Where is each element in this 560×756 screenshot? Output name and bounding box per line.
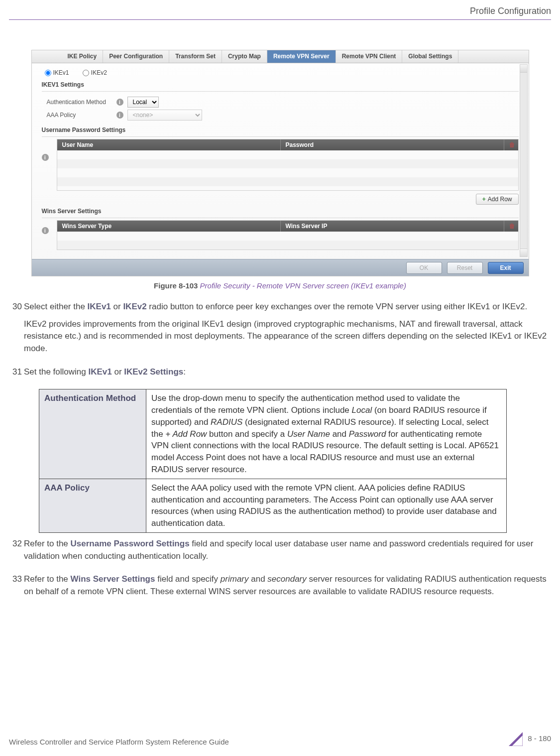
add-row-label: Add Row: [488, 196, 512, 203]
scroll-down-icon[interactable]: [520, 249, 527, 256]
exit-button[interactable]: Exit: [488, 262, 524, 274]
figure-number: Figure 8-103: [154, 281, 198, 290]
radio-ikev1[interactable]: IKEv1: [45, 69, 69, 76]
settings-table: Authentication Method Use the drop-down …: [39, 389, 507, 533]
step-31-paragraph: Set the following IKEv1 or IKEv2 Setting…: [24, 366, 548, 378]
page-number: 8 - 180: [528, 734, 551, 743]
figure-text: Profile Security - Remote VPN Server scr…: [200, 281, 406, 290]
page-footer: Wireless Controller and Service Platform…: [9, 732, 551, 746]
add-row-button[interactable]: + Add Row: [476, 194, 519, 205]
screenshot-figure: IKE Policy Peer Configuration Transform …: [31, 50, 529, 276]
step-number: 31: [12, 366, 24, 383]
auth-method-label: Authentication Method: [47, 99, 116, 106]
step-number: 32: [12, 538, 24, 567]
step-30-paragraph-2: IKEv2 provides improvements from the ori…: [24, 318, 548, 355]
aaa-policy-label: AAA Policy: [47, 112, 116, 119]
table-row: AAA Policy Select the AAA policy used wi…: [39, 479, 507, 532]
step-number: 30: [12, 301, 24, 360]
radio-ikev2[interactable]: IKEv2: [83, 69, 107, 76]
reset-button[interactable]: Reset: [447, 262, 483, 274]
page-corner-icon: [509, 732, 523, 746]
tab-ike-policy[interactable]: IKE Policy: [62, 50, 104, 63]
tab-global-settings[interactable]: Global Settings: [402, 50, 458, 63]
figure-caption: Figure 8-103 Profile Security - Remote V…: [9, 281, 551, 290]
col-username: User Name: [57, 139, 281, 150]
tab-peer-configuration[interactable]: Peer Configuration: [103, 50, 169, 63]
tab-remote-vpn-client[interactable]: Remote VPN Client: [336, 50, 403, 63]
wins-server-grid: Wins Server Type Wins Server IP 🗑: [57, 220, 519, 250]
wins-server-title: Wins Server Settings: [42, 208, 519, 215]
col-password: Password: [281, 139, 504, 150]
grid-body[interactable]: [57, 150, 518, 190]
plus-icon: +: [482, 196, 486, 203]
footer-left: Wireless Controller and Service Platform…: [9, 738, 229, 746]
info-icon: i: [116, 99, 123, 106]
grid-body[interactable]: [57, 232, 518, 250]
radio-ikev1-label: IKEv1: [53, 69, 69, 76]
tab-transform-set[interactable]: Transform Set: [169, 50, 222, 63]
scrollbar[interactable]: [520, 64, 528, 257]
col-wins-ip: Wins Server IP: [281, 221, 504, 232]
radio-ikev2-input[interactable]: [83, 70, 89, 76]
step-32-paragraph: Refer to the Username Password Settings …: [24, 538, 548, 562]
ikev1-settings-title: IKEV1 Settings: [42, 81, 519, 88]
step-number: 33: [12, 573, 24, 603]
info-icon: i: [42, 227, 49, 234]
info-icon: i: [42, 154, 49, 161]
aaa-policy-key: AAA Policy: [39, 479, 146, 532]
username-password-title: Username Password Settings: [42, 126, 519, 133]
table-row: Authentication Method Use the drop-down …: [39, 389, 507, 479]
trash-icon[interactable]: 🗑: [509, 223, 515, 230]
aaa-policy-select[interactable]: <none>: [127, 110, 202, 121]
info-icon: i: [116, 112, 123, 119]
auth-method-value: Use the drop-down menu to specify the au…: [146, 389, 507, 479]
tab-remote-vpn-server[interactable]: Remote VPN Server: [267, 50, 336, 63]
col-wins-type: Wins Server Type: [57, 221, 281, 232]
section-header: Profile Configuration: [9, 0, 551, 20]
ok-button[interactable]: OK: [406, 262, 442, 274]
trash-icon[interactable]: 🗑: [509, 141, 515, 148]
aaa-policy-value: Select the AAA policy used with the remo…: [146, 479, 507, 532]
step-30-paragraph-1: Select either the IKEv1 or IKEv2 radio b…: [24, 301, 548, 313]
radio-ikev2-label: IKEv2: [91, 69, 107, 76]
radio-ikev1-input[interactable]: [45, 70, 51, 76]
tab-crypto-map[interactable]: Crypto Map: [222, 50, 267, 63]
auth-method-key: Authentication Method: [39, 389, 146, 479]
username-password-grid: User Name Password 🗑: [57, 139, 519, 191]
footer-right: 8 - 180: [509, 732, 551, 746]
section-header-text: Profile Configuration: [470, 6, 551, 16]
auth-method-select[interactable]: Local: [127, 97, 159, 108]
button-bar: OK Reset Exit: [32, 259, 529, 276]
tab-bar: IKE Policy Peer Configuration Transform …: [32, 50, 529, 63]
step-33-paragraph: Refer to the Wins Server Settings field …: [24, 573, 548, 598]
scroll-up-icon[interactable]: [520, 65, 527, 73]
